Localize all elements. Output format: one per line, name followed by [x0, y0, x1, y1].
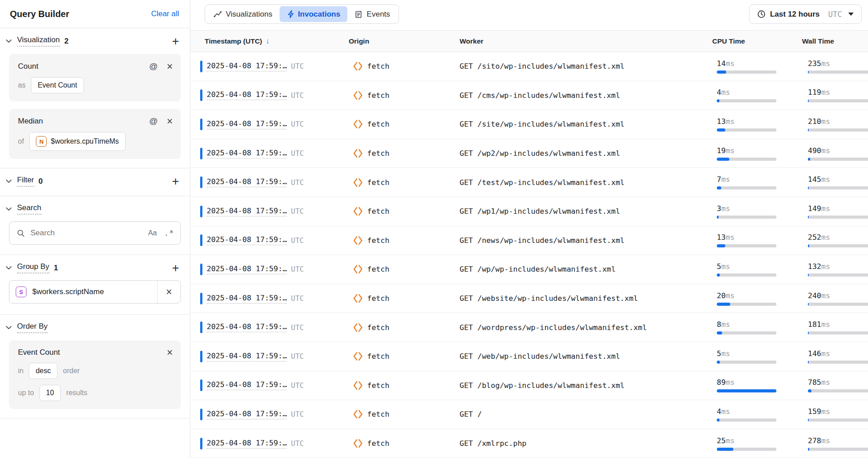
timezone-label: UTC: [291, 381, 304, 390]
column-cpu-time[interactable]: CPU Time: [711, 37, 802, 45]
row-accent-bar: [200, 409, 202, 420]
table-row[interactable]: 2025-04-08 17:59:… UTC fetch GET /wp2/wp…: [190, 139, 868, 168]
alias-at-icon[interactable]: @: [149, 116, 158, 126]
filter-section: Filter 0 +: [0, 168, 190, 196]
timestamp-value: 2025-04-08 17:59:…: [207, 119, 287, 129]
row-accent-bar: [200, 321, 202, 333]
wall-time-bar: [808, 158, 868, 161]
table-row[interactable]: 2025-04-08 17:59:… UTC fetch GET /wp/wp-…: [190, 255, 868, 284]
sort-desc-icon[interactable]: ↓: [266, 37, 270, 46]
origin-value: fetch: [367, 323, 390, 332]
fetch-origin-icon: [353, 90, 363, 101]
search-section-label: Search: [17, 203, 41, 215]
tab-invocations[interactable]: Invocations: [280, 6, 347, 22]
remove-card-icon[interactable]: ×: [167, 117, 173, 125]
table-row[interactable]: 2025-04-08 17:59:… UTC fetch GET /wp1/wp…: [190, 197, 868, 226]
table-row[interactable]: 2025-04-08 17:59:… UTC fetch GET /xmlrpc…: [190, 429, 868, 458]
timezone-label: UTC: [291, 207, 304, 216]
remove-order-by-icon[interactable]: ×: [167, 348, 173, 357]
cpu-time-bar: [717, 244, 776, 247]
chevron-down-icon[interactable]: [4, 263, 13, 273]
table-header: Timestamp (UTC) ↓ Origin Worker CPU Time…: [190, 31, 868, 52]
time-range-button[interactable]: Last 12 hours UTC: [749, 4, 862, 24]
wall-time-value: 278: [808, 436, 821, 445]
table-row[interactable]: 2025-04-08 17:59:… UTC fetch GET /web/wp…: [190, 342, 868, 371]
timezone-label: UTC: [291, 178, 304, 187]
origin-value: fetch: [367, 439, 390, 448]
timestamp-value: 2025-04-08 17:59:…: [207, 177, 287, 187]
timezone-label: UTC: [291, 236, 304, 245]
remove-card-icon[interactable]: ×: [167, 62, 173, 70]
wall-time-value: 119: [808, 88, 821, 97]
median-field-value: $workers.cpuTimeMs: [51, 137, 118, 145]
timezone-label: UTC: [291, 62, 304, 70]
alias-at-icon[interactable]: @: [149, 62, 158, 71]
column-timestamp[interactable]: Timestamp (UTC): [205, 37, 262, 45]
of-label: of: [18, 137, 24, 145]
table-row[interactable]: 2025-04-08 17:59:… UTC fetch GET /sito/w…: [190, 52, 868, 81]
string-type-icon: S: [16, 286, 26, 297]
timezone-label: UTC: [291, 265, 304, 273]
table-row[interactable]: 2025-04-08 17:59:… UTC fetch GET /blog/w…: [190, 371, 868, 401]
cpu-time-bar: [717, 331, 776, 335]
table-row[interactable]: 2025-04-08 17:59:… UTC fetch GET /news/w…: [190, 226, 868, 255]
chevron-down-icon[interactable]: [4, 323, 13, 333]
cpu-time-bar-fill: [717, 303, 730, 306]
add-filter-button[interactable]: +: [170, 177, 181, 186]
timestamp-value: 2025-04-08 17:59:…: [207, 322, 287, 332]
filter-section-label: Filter: [17, 176, 34, 187]
cpu-time-bar: [717, 418, 776, 422]
cpu-time-value: 19: [717, 146, 726, 155]
visualization-section-label: Visualization: [17, 35, 60, 47]
table-row[interactable]: 2025-04-08 17:59:… UTC fetch GET /site/w…: [190, 110, 868, 139]
column-worker[interactable]: Worker: [460, 37, 711, 45]
chevron-down-icon[interactable]: [4, 176, 13, 186]
wall-time-bar-fill: [808, 448, 809, 451]
cpu-time-value: 8: [717, 320, 721, 329]
group-by-field[interactable]: S $workers.scriptName ×: [9, 280, 181, 304]
chevron-down-icon[interactable]: [4, 36, 13, 46]
wall-time-bar-fill: [808, 128, 809, 132]
table-row[interactable]: 2025-04-08 17:59:… UTC fetch GET /wordpr…: [190, 313, 868, 342]
tab-events[interactable]: Events: [347, 6, 397, 22]
remove-group-by-button[interactable]: ×: [157, 281, 180, 303]
unit-label: ms: [821, 436, 830, 445]
tab-visualizations[interactable]: Visualizations: [206, 6, 280, 22]
timezone-label: UTC: [291, 149, 304, 158]
add-visualization-button[interactable]: +: [170, 37, 181, 46]
table-row[interactable]: 2025-04-08 17:59:… UTC fetch GET /websit…: [190, 284, 868, 313]
worker-request: GET /test/wp-includes/wlwmanifest.xml: [460, 178, 711, 187]
tab-label: Visualizations: [226, 10, 272, 19]
table-row[interactable]: 2025-04-08 17:59:… UTC fetch GET /cms/wp…: [190, 81, 868, 110]
wall-time-bar: [808, 128, 868, 132]
result-limit-button[interactable]: 10: [39, 385, 61, 401]
cpu-time-value: 20: [717, 291, 726, 300]
clear-all-link[interactable]: Clear all: [151, 9, 179, 18]
chevron-down-icon: [848, 13, 854, 16]
column-origin[interactable]: Origin: [348, 37, 460, 45]
worker-request: GET /news/wp-includes/wlwmanifest.xml: [460, 236, 711, 245]
sort-direction-button[interactable]: desc: [29, 363, 57, 379]
up-to-label: up to: [18, 389, 34, 397]
origin-value: fetch: [367, 381, 390, 390]
unit-label: ms: [821, 378, 830, 387]
unit-label: ms: [821, 233, 830, 242]
chevron-down-icon[interactable]: [4, 204, 13, 214]
table-row[interactable]: 2025-04-08 17:59:… UTC fetch GET /test/w…: [190, 168, 868, 197]
cpu-time-bar: [717, 273, 776, 277]
match-case-icon[interactable]: Aa: [148, 229, 157, 237]
add-group-by-button[interactable]: +: [170, 264, 181, 273]
search-input[interactable]: [31, 229, 143, 238]
wall-time-value: 240: [808, 291, 821, 300]
search-box: Aa .*: [9, 221, 181, 245]
cpu-time-value: 25: [717, 436, 726, 445]
alias-value-button[interactable]: Event Count: [31, 77, 84, 93]
timezone-label: UTC: [291, 439, 304, 448]
regex-icon[interactable]: .*: [164, 229, 174, 238]
fetch-origin-icon: [353, 351, 363, 361]
table-row[interactable]: 2025-04-08 17:59:… UTC fetch GET / 4ms 1…: [190, 400, 868, 429]
unit-label: ms: [726, 117, 735, 126]
column-wall-time[interactable]: Wall Time: [802, 37, 868, 45]
median-field-button[interactable]: N $workers.cpuTimeMs: [29, 132, 125, 151]
worker-request: GET /cms/wp-includes/wlwmanifest.xml: [460, 91, 711, 100]
